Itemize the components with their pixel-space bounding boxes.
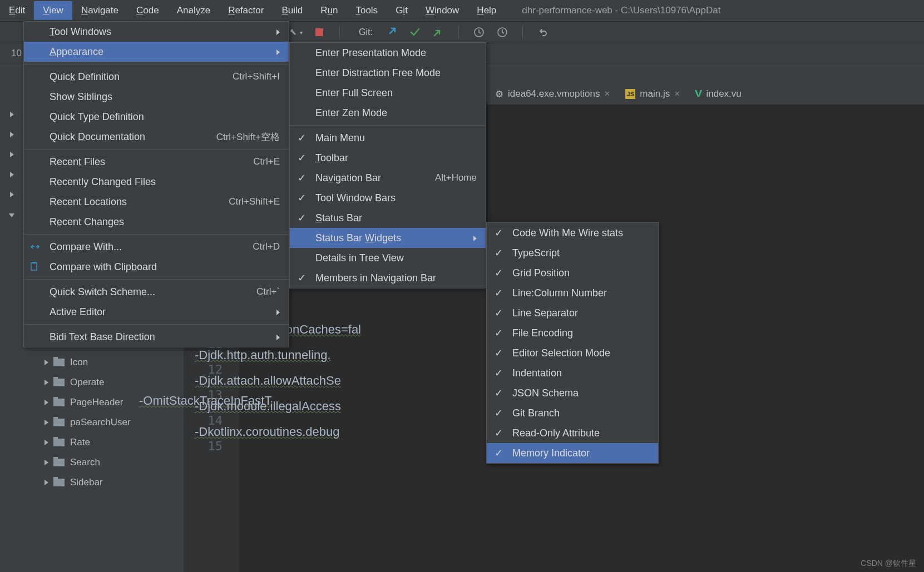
menu-item-refactor[interactable]: Refactor [219, 1, 273, 20]
stop-icon[interactable] [313, 26, 326, 39]
menu-label: Enter Full Screen [315, 87, 393, 99]
menu-item[interactable]: Compare with Clipboard [24, 257, 289, 277]
menu-item[interactable]: ✓Indentation [487, 363, 658, 383]
tree-node[interactable]: Icon [39, 352, 184, 372]
menu-item[interactable]: Recently Changed Files [24, 172, 289, 192]
menu-item[interactable]: Quick Type Definition [24, 107, 289, 127]
editor-tab[interactable]: Vindex.vu [688, 85, 749, 103]
tree-toggle[interactable] [4, 165, 19, 185]
menu-label: Navigation Bar [315, 172, 381, 184]
menu-separator [24, 149, 289, 150]
close-icon[interactable]: × [674, 88, 680, 100]
tree-node[interactable]: Sidebar [39, 472, 184, 493]
menu-item[interactable]: Status Bar Widgets [290, 228, 486, 248]
menu-item-help[interactable]: Help [468, 1, 505, 20]
editor-tab[interactable]: JSmain.js× [617, 85, 688, 103]
menu-item[interactable]: Quick DefinitionCtrl+Shift+I [24, 67, 289, 87]
menu-item[interactable]: ✓Toolbar [290, 148, 486, 168]
check-icon: ✓ [495, 287, 503, 299]
menu-item[interactable]: Details in Tree View [290, 248, 486, 268]
history-icon[interactable] [496, 26, 509, 39]
file-icon: ⚙ [495, 88, 503, 100]
folder-icon [53, 459, 65, 466]
menu-item[interactable]: ✓Code With Me Wire stats [487, 223, 658, 243]
menu-item[interactable]: ✓Memory Indicator [487, 443, 658, 463]
chevron-icon [39, 457, 53, 468]
menu-item-view[interactable]: View [34, 1, 72, 20]
menu-item[interactable]: Compare With...Ctrl+D [24, 237, 289, 257]
tree-toggle[interactable] [4, 185, 19, 205]
menu-item[interactable]: ✓Read-Only Attribute [487, 423, 658, 443]
menu-item[interactable]: Show Siblings [24, 87, 289, 107]
menu-label: Show Siblings [50, 91, 112, 103]
menu-label: Details in Tree View [315, 252, 404, 264]
menu-item[interactable]: ✓File Encoding [487, 323, 658, 343]
check-icon: ✓ [495, 427, 503, 439]
menu-separator [24, 64, 289, 64]
check-icon: ✓ [298, 272, 306, 284]
menu-item[interactable]: ✓Grid Position [487, 263, 658, 283]
menu-item[interactable]: Enter Zen Mode [290, 103, 486, 123]
menu-item[interactable]: Enter Presentation Mode [290, 43, 486, 63]
undo-icon[interactable] [536, 26, 550, 39]
menu-item[interactable]: Recent FilesCtrl+E [24, 152, 289, 172]
commit-icon[interactable] [408, 26, 422, 39]
hammer-dropdown-icon[interactable]: ▾ [289, 26, 303, 39]
menu-item[interactable]: ✓Members in Navigation Bar [290, 268, 486, 288]
check-icon: ✓ [298, 132, 306, 144]
menu-item[interactable]: ✓Line Separator [487, 303, 658, 323]
menu-item-tools[interactable]: Tools [347, 1, 387, 20]
menu-item[interactable]: ✓Editor Selection Mode [487, 343, 658, 363]
menu-item-navigate[interactable]: Navigate [72, 1, 127, 20]
tree-toggle[interactable] [4, 205, 19, 225]
menu-item-window[interactable]: Window [417, 1, 468, 20]
menu-item[interactable]: ✓Main Menu [290, 128, 486, 148]
vue-icon: V [695, 88, 703, 100]
menu-separator [24, 324, 289, 325]
menu-shortcut: Ctrl+E [240, 156, 280, 167]
menu-item-analyze[interactable]: Analyze [168, 1, 220, 20]
menu-item[interactable]: ✓Git Branch [487, 403, 658, 423]
menu-item-code[interactable]: Code [127, 1, 168, 20]
push-icon[interactable] [432, 26, 445, 39]
tree-node[interactable]: Search [39, 452, 184, 472]
tree-node[interactable]: Operate [39, 372, 184, 392]
check-icon: ✓ [298, 152, 306, 164]
menu-item-run[interactable]: Run [312, 1, 347, 20]
history-back-icon[interactable] [472, 26, 486, 39]
menu-item[interactable]: Enter Distraction Free Mode [290, 63, 486, 83]
folder-icon [53, 379, 65, 386]
tree-toggle[interactable] [4, 125, 19, 145]
close-icon[interactable]: × [604, 88, 610, 100]
editor-tab[interactable]: ⚙idea64.exe.vmoptions× [487, 85, 617, 103]
menu-item[interactable]: Appearance [24, 42, 289, 62]
chevron-icon [4, 209, 19, 220]
tree-node[interactable]: Rate [39, 432, 184, 452]
menu-item[interactable]: Bidi Text Base Direction [24, 327, 289, 347]
menu-item-build[interactable]: Build [273, 1, 312, 20]
tree-label: PageHeader [70, 397, 123, 408]
menu-shortcut: Alt+Home [422, 172, 477, 183]
tree-toggle[interactable] [4, 105, 19, 125]
check-icon: ✓ [495, 247, 503, 259]
menu-item-edit[interactable]: Edit [0, 1, 34, 20]
update-project-icon[interactable] [385, 26, 398, 39]
status-bar-widgets-submenu: ✓Code With Me Wire stats✓TypeScript✓Grid… [486, 222, 659, 464]
menu-label: Code With Me Wire stats [512, 227, 623, 239]
menu-item[interactable]: ✓TypeScript [487, 243, 658, 263]
menu-item[interactable]: Quick Switch Scheme...Ctrl+` [24, 282, 289, 302]
menu-item[interactable]: ✓Status Bar [290, 208, 486, 228]
menu-item[interactable]: Quick DocumentationCtrl+Shift+空格 [24, 127, 289, 147]
menu-item[interactable]: Recent LocationsCtrl+Shift+E [24, 192, 289, 212]
menu-item[interactable]: Enter Full Screen [290, 83, 486, 103]
menu-item-git[interactable]: Git [387, 1, 417, 20]
menu-item[interactable]: ✓JSON Schema [487, 383, 658, 403]
menu-item[interactable]: Tool Windows [24, 22, 289, 42]
menu-item[interactable]: ✓Navigation BarAlt+Home [290, 168, 486, 188]
menu-item[interactable]: Active Editor [24, 302, 289, 322]
menu-item[interactable]: ✓Line:Column Number [487, 283, 658, 303]
menu-label: Enter Distraction Free Mode [315, 67, 441, 79]
menu-item[interactable]: Recent Changes [24, 212, 289, 232]
menu-item[interactable]: ✓Tool Window Bars [290, 188, 486, 208]
tree-toggle[interactable] [4, 145, 19, 165]
